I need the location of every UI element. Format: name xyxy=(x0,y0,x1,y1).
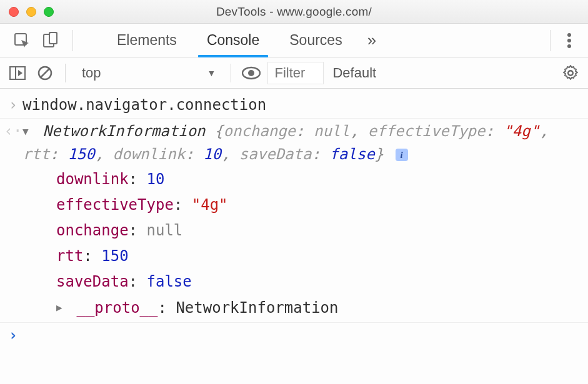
object-properties: downlink: 10 effectiveType: "4g" onchang… xyxy=(22,167,582,321)
object-class-name: NetworkInformation xyxy=(42,122,205,140)
separator xyxy=(72,30,73,51)
info-badge-icon[interactable]: i xyxy=(396,149,408,161)
console-result[interactable]: NetworkInformation {onchange: null, effe… xyxy=(22,120,588,321)
tab-sources[interactable]: Sources xyxy=(276,24,356,57)
log-level-select[interactable]: Default xyxy=(329,65,380,81)
console-prompt-row[interactable]: › xyxy=(0,322,588,348)
filter-input[interactable] xyxy=(267,62,324,84)
separator xyxy=(550,30,551,51)
object-property[interactable]: onchange: null xyxy=(56,218,582,244)
live-expression-icon[interactable] xyxy=(240,62,262,84)
tabs-overflow-icon[interactable]: » xyxy=(359,31,385,50)
return-arrow-icon: ‹· xyxy=(4,120,22,321)
close-window-button[interactable] xyxy=(9,7,19,17)
traffic-lights xyxy=(0,7,54,17)
object-disclosure-icon[interactable] xyxy=(22,124,34,140)
execution-context-label: top xyxy=(82,65,101,81)
object-property[interactable]: rtt: 150 xyxy=(56,244,582,269)
tab-console[interactable]: Console xyxy=(193,24,273,57)
window-title: DevTools - www.google.com/ xyxy=(0,5,588,19)
svg-rect-7 xyxy=(10,67,25,79)
prompt-chevron-icon: › xyxy=(4,324,22,347)
svg-point-5 xyxy=(567,39,571,42)
svg-point-13 xyxy=(248,70,254,76)
console-input-row: › window.navigator.connection xyxy=(0,92,588,118)
dropdown-triangle-icon: ▼ xyxy=(207,68,216,78)
separator xyxy=(231,64,231,82)
svg-point-6 xyxy=(567,44,571,48)
object-property[interactable]: downlink: 10 xyxy=(56,167,582,192)
object-property[interactable]: saveData: false xyxy=(56,269,582,295)
console-result-row: ‹· NetworkInformation {onchange: null, e… xyxy=(0,118,588,322)
log-level-label: Default xyxy=(332,65,376,81)
console-prompt-input[interactable] xyxy=(22,324,588,347)
clear-console-icon[interactable] xyxy=(34,62,56,84)
tab-elements[interactable]: Elements xyxy=(103,24,191,57)
device-toolbar-icon[interactable] xyxy=(37,27,64,54)
separator xyxy=(65,64,66,82)
proto-disclosure-icon[interactable] xyxy=(56,300,67,316)
zoom-window-button[interactable] xyxy=(44,7,54,17)
console-input-text[interactable]: window.navigator.connection xyxy=(22,94,588,117)
object-preview: NetworkInformation {onchange: null, effe… xyxy=(22,122,549,163)
object-property[interactable]: effectiveType: "4g" xyxy=(56,192,582,218)
execution-context-select[interactable]: top ▼ xyxy=(74,65,222,81)
panel-tabstrip: Elements Console Sources » xyxy=(0,24,588,57)
toggle-sidebar-icon[interactable] xyxy=(6,62,29,84)
svg-line-11 xyxy=(41,69,49,77)
object-proto[interactable]: __proto__: NetworkInformation xyxy=(56,295,582,321)
svg-point-4 xyxy=(567,33,571,37)
svg-rect-2 xyxy=(49,32,57,44)
console-settings-icon[interactable] xyxy=(559,62,582,84)
console-toolbar: top ▼ Default xyxy=(0,57,588,89)
more-options-icon[interactable] xyxy=(557,28,582,53)
input-chevron-icon: › xyxy=(4,94,22,117)
inspect-element-icon[interactable] xyxy=(9,27,35,54)
svg-marker-9 xyxy=(18,70,22,76)
console-body: › window.navigator.connection ‹· Network… xyxy=(0,89,588,348)
minimize-window-button[interactable] xyxy=(26,7,36,17)
titlebar: DevTools - www.google.com/ xyxy=(0,0,588,24)
